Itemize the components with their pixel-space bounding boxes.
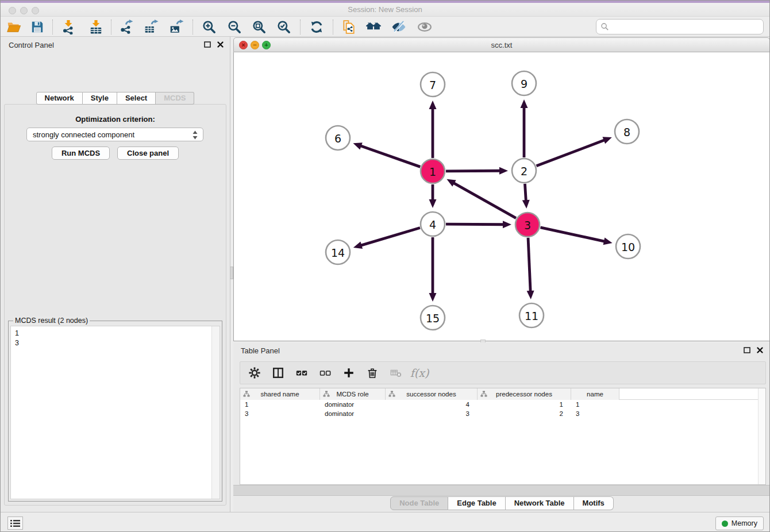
tab-mcds[interactable]: MCDS: [156, 92, 194, 105]
close-panel-icon[interactable]: [756, 346, 764, 354]
search-field[interactable]: [596, 19, 764, 34]
window-title: Session: New Session: [1, 5, 769, 14]
column-split-icon[interactable]: [271, 365, 286, 380]
function-builder-icon[interactable]: f(x): [412, 365, 427, 380]
zoom-fit-icon[interactable]: [249, 18, 269, 36]
sort-column-icon[interactable]: [388, 391, 395, 398]
zoom-out-icon[interactable]: [225, 18, 244, 36]
tab-network[interactable]: Network: [36, 92, 83, 105]
gear-icon[interactable]: [247, 365, 262, 380]
column-header-successor-nodes[interactable]: successor nodes: [386, 388, 478, 400]
copy-document-share-icon[interactable]: [339, 18, 359, 36]
table-header-row: shared nameMCDS rolesuccessor nodesprede…: [240, 388, 765, 400]
add-column-icon[interactable]: [341, 365, 356, 380]
toolbar-separator: [300, 20, 301, 34]
combo-chevrons-icon: [192, 130, 198, 142]
tab-select[interactable]: Select: [117, 92, 156, 105]
delete-column-icon[interactable]: [365, 365, 380, 380]
network-graph[interactable]: 7968124314101511: [234, 52, 769, 340]
sort-column-icon[interactable]: [243, 391, 250, 398]
memory-label: Memory: [732, 519, 757, 527]
edge-2-8[interactable]: [537, 140, 605, 166]
tab-motifs[interactable]: Motifs: [574, 496, 614, 510]
column-header-name[interactable]: name: [571, 388, 619, 400]
table-cell[interactable]: 1: [240, 400, 320, 409]
graph-node-label: 3: [524, 219, 531, 232]
tab-node-table[interactable]: Node Table: [390, 496, 448, 510]
float-panel-icon[interactable]: [744, 346, 751, 354]
optimization-criterion-label: Optimization criterion:: [5, 115, 226, 124]
optimization-criterion-select[interactable]: strongly connected component: [26, 128, 203, 141]
table-cell[interactable]: 1: [571, 400, 619, 409]
application-window: Session: New Session: [0, 0, 770, 532]
table-cell[interactable]: 3: [386, 409, 478, 418]
close-panel-button[interactable]: Close panel: [117, 147, 179, 160]
close-panel-icon[interactable]: [217, 41, 224, 48]
home-networks-icon[interactable]: [364, 18, 383, 36]
result-scrollbar[interactable]: [211, 326, 220, 499]
edge-3-10[interactable]: [540, 228, 605, 241]
select-all-checkboxes-icon[interactable]: [294, 365, 309, 380]
column-header-label: successor nodes: [406, 391, 456, 398]
mcds-result-area[interactable]: 1 3: [10, 326, 220, 499]
edge-2-3[interactable]: [525, 184, 526, 201]
refresh-icon[interactable]: [307, 18, 326, 36]
tab-edge-table[interactable]: Edge Table: [448, 496, 505, 510]
list-icon: [10, 519, 20, 527]
sort-column-icon[interactable]: [323, 391, 330, 398]
edge-1-2[interactable]: [446, 171, 500, 171]
table-row[interactable]: 3dominator323: [240, 409, 765, 418]
column-header-shared-name[interactable]: shared name: [240, 388, 320, 400]
sort-column-icon[interactable]: [480, 391, 487, 398]
run-mcds-button[interactable]: Run MCDS: [52, 147, 110, 160]
splitter-handle[interactable]: [230, 267, 233, 279]
table-scrollbar[interactable]: [758, 388, 765, 484]
search-input[interactable]: [609, 22, 763, 31]
tab-style[interactable]: Style: [83, 92, 117, 105]
tab-network-table[interactable]: Network Table: [506, 496, 574, 510]
edge-3-11[interactable]: [528, 238, 530, 292]
table-cell[interactable]: dominator: [320, 400, 386, 409]
edge-arrowhead: [522, 200, 530, 209]
float-panel-icon[interactable]: [204, 41, 211, 48]
column-header-MCDS-role[interactable]: MCDS role: [320, 388, 386, 400]
save-session-icon[interactable]: [28, 18, 47, 36]
table-cell[interactable]: 1: [478, 400, 571, 409]
import-network-icon[interactable]: [59, 18, 78, 36]
export-network-icon[interactable]: [117, 18, 136, 36]
toolbar-separator: [111, 20, 111, 34]
edge-4-14[interactable]: [360, 228, 420, 246]
task-history-button[interactable]: [7, 516, 23, 530]
table-cell[interactable]: 3: [571, 409, 619, 418]
show-eye-icon[interactable]: [415, 18, 434, 36]
table-cell[interactable]: 4: [386, 400, 478, 409]
network-canvas[interactable]: 7968124314101511: [233, 52, 770, 341]
zoom-in-icon[interactable]: [199, 18, 219, 36]
deselect-all-checkboxes-icon[interactable]: [318, 365, 333, 380]
zoom-selected-icon[interactable]: [274, 18, 294, 36]
delete-table-icon[interactable]: [388, 365, 403, 380]
edge-1-6[interactable]: [360, 146, 421, 167]
export-image-icon[interactable]: [167, 18, 186, 36]
edge-3-1[interactable]: [453, 183, 516, 218]
column-header-predecessor-nodes[interactable]: predecessor nodes: [478, 388, 571, 400]
mcds-result-title: MCDS result (2 nodes): [13, 317, 90, 325]
table-row[interactable]: 1dominator411: [240, 400, 765, 409]
open-file-icon[interactable]: [4, 18, 24, 36]
node-table[interactable]: shared nameMCDS rolesuccessor nodesprede…: [240, 388, 766, 485]
graph-node-label: 14: [331, 246, 345, 259]
export-table-icon[interactable]: [141, 18, 161, 36]
table-cell[interactable]: 3: [240, 409, 320, 418]
hide-eye-icon[interactable]: [389, 18, 409, 36]
graph-node-label: 4: [429, 218, 436, 231]
graph-node-label: 2: [521, 165, 528, 178]
edge-arrowhead: [503, 221, 511, 228]
graph-node-label: 6: [334, 132, 341, 145]
control-panel: Control Panel NetworkStyleSelectMCDS Opt…: [1, 37, 230, 512]
edge-4-3[interactable]: [446, 224, 504, 225]
memory-button[interactable]: Memory: [715, 516, 764, 530]
table-cell[interactable]: dominator: [320, 409, 386, 418]
network-window-titlebar[interactable]: × − + scc.txt: [233, 37, 770, 52]
import-table-icon[interactable]: [86, 18, 106, 36]
table-cell[interactable]: 2: [478, 409, 571, 418]
